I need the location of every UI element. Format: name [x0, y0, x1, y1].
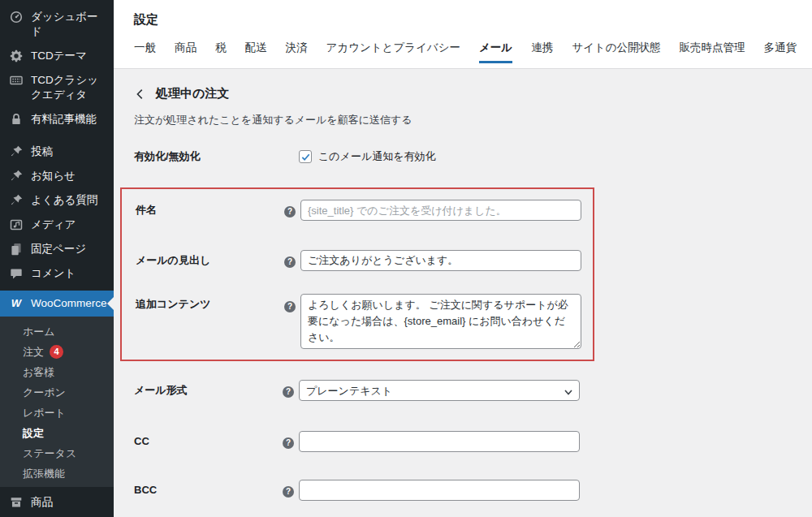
- email-heading-row: メールの見出し ?: [136, 250, 593, 271]
- bcc-input[interactable]: [299, 480, 580, 501]
- sidebar-separator: [0, 131, 114, 140]
- enable-checkbox[interactable]: [299, 150, 312, 163]
- email-heading-label: メールの見出し: [136, 254, 284, 267]
- sidebar-sub-coupons[interactable]: クーポン: [0, 382, 114, 403]
- sidebar-item-media[interactable]: メディア: [0, 213, 114, 237]
- woocommerce-submenu: ホーム 注文 4 お客様 クーポン レポート 設定 ステータス 拡張機能: [0, 317, 114, 487]
- sidebar-item-tcd-classic-editor[interactable]: TCDクラシックエディタ: [0, 68, 114, 107]
- sidebar-sub-reports[interactable]: レポート: [0, 403, 114, 423]
- sidebar-item-label: 商品: [31, 495, 53, 510]
- cc-row: CC ?: [114, 431, 812, 452]
- enable-row: 有効化/無効化 このメール通知を有効化: [114, 149, 812, 164]
- order-count-badge: 4: [50, 345, 63, 359]
- subject-label: 件名: [136, 204, 284, 217]
- sidebar-sub-extensions[interactable]: 拡張機能: [0, 463, 114, 484]
- tab-payments[interactable]: 決済: [286, 41, 308, 63]
- back-chevron-icon[interactable]: [134, 88, 147, 101]
- enable-checkbox-label: このメール通知を有効化: [318, 149, 436, 164]
- pin-icon: [9, 193, 24, 208]
- sidebar-item-label: 投稿: [31, 144, 53, 159]
- sidebar-item-comments[interactable]: コメント: [0, 261, 114, 286]
- sidebar-sub-home[interactable]: ホーム: [0, 321, 114, 342]
- cc-help-icon[interactable]: ?: [283, 437, 294, 449]
- sidebar-item-label: よくある質問: [31, 193, 97, 208]
- email-type-help-icon[interactable]: ?: [283, 386, 294, 398]
- sidebar-item-label: 有料記事機能: [31, 112, 97, 127]
- settings-header: 設定 一般 商品 税 配送 決済 アカウントとプライバシー メール 連携 サイト…: [114, 0, 812, 69]
- bcc-label: BCC: [134, 484, 283, 497]
- sidebar-item-woocommerce[interactable]: W WooCommerce: [0, 291, 114, 317]
- subject-help-icon[interactable]: ?: [284, 206, 296, 218]
- tab-integration[interactable]: 連携: [531, 41, 553, 63]
- sidebar-item-label: メディア: [31, 218, 76, 232]
- sidebar-bottom-section: 商品 $ 支払い: [0, 487, 114, 517]
- additional-content-textarea[interactable]: よろしくお願いします。 ご注文に関するサポートが必要になった場合は、{store…: [300, 294, 581, 349]
- sidebar-item-label: TCDクラシックエディタ: [31, 73, 107, 102]
- cc-label: CC: [134, 435, 283, 448]
- email-type-row: メール形式 ? プレーンテキスト: [114, 380, 812, 401]
- email-template-heading: 処理中の注文: [156, 86, 229, 101]
- sidebar-item-label: TCDテーマ: [31, 49, 87, 63]
- woocommerce-icon: W: [9, 296, 24, 311]
- tab-pos[interactable]: 販売時点管理: [679, 41, 745, 63]
- bcc-row: BCC ?: [114, 480, 812, 501]
- sidebar-item-label: 固定ページ: [31, 242, 86, 256]
- email-settings-content: 処理中の注文 注文が処理されたことを通知するメールを顧客に送信する 有効化/無効…: [114, 69, 812, 501]
- tab-products[interactable]: 商品: [175, 41, 197, 63]
- sidebar-sub-customers[interactable]: お客様: [0, 362, 114, 382]
- sidebar-item-faq[interactable]: よくある質問: [0, 188, 114, 213]
- sidebar-item-label: コメント: [31, 266, 76, 281]
- pin-icon: [9, 169, 24, 183]
- sidebar-item-pages[interactable]: 固定ページ: [0, 237, 114, 261]
- additional-content-label: 追加コンテンツ: [136, 294, 284, 311]
- tab-tax[interactable]: 税: [215, 41, 227, 63]
- tab-site-visibility[interactable]: サイトの公開状態: [572, 41, 660, 63]
- email-type-label: メール形式: [134, 384, 283, 397]
- comment-icon: [9, 266, 24, 281]
- lock-icon: [9, 112, 24, 127]
- tab-accounts-privacy[interactable]: アカウントとプライバシー: [326, 41, 460, 63]
- additional-content-help-icon[interactable]: ?: [284, 301, 296, 312]
- tab-shipping[interactable]: 配送: [245, 41, 267, 63]
- editor-icon: [9, 73, 24, 88]
- tab-multi-currency[interactable]: 多通貨: [763, 41, 797, 63]
- tab-email[interactable]: メール: [479, 41, 512, 63]
- sidebar-item-label: WooCommerce: [31, 296, 107, 311]
- media-icon: [9, 218, 24, 232]
- page-title: 設定: [134, 12, 812, 28]
- annotation-box: 件名 ? メールの見出し ? 追加コンテンツ ? よろしくお願いします。 ご注文…: [120, 187, 594, 361]
- sidebar-item-dashboard[interactable]: ダッシュボード: [0, 5, 114, 44]
- sidebar-item-tcd-theme[interactable]: TCDテーマ: [0, 44, 114, 68]
- settings-tabs: 一般 商品 税 配送 決済 アカウントとプライバシー メール 連携 サイトの公開…: [134, 41, 812, 63]
- bcc-help-icon[interactable]: ?: [283, 486, 294, 498]
- subject-row: 件名 ?: [136, 200, 593, 221]
- additional-content-row: 追加コンテンツ ? よろしくお願いします。 ご注文に関するサポートが必要になった…: [136, 294, 593, 349]
- email-heading-help-icon[interactable]: ?: [284, 256, 296, 268]
- email-heading-input[interactable]: [300, 250, 581, 271]
- sidebar-sub-status[interactable]: ステータス: [0, 443, 114, 463]
- pages-icon: [9, 242, 24, 256]
- email-type-select[interactable]: プレーンテキスト: [299, 380, 580, 401]
- sidebar-item-posts[interactable]: 投稿: [0, 140, 114, 164]
- sidebar-sub-settings[interactable]: 設定: [0, 423, 114, 443]
- enable-label: 有効化/無効化: [134, 150, 283, 163]
- subject-input[interactable]: [300, 200, 581, 221]
- sidebar-item-paid-articles[interactable]: 有料記事機能: [0, 107, 114, 131]
- pin-icon: [9, 144, 24, 159]
- tab-general[interactable]: 一般: [134, 41, 156, 63]
- main-content: 設定 一般 商品 税 配送 決済 アカウントとプライバシー メール 連携 サイト…: [114, 0, 812, 517]
- email-description: 注文が処理されたことを通知するメールを顧客に送信する: [134, 113, 812, 127]
- sidebar-item-label: お知らせ: [31, 169, 76, 183]
- sidebar-item-label: ダッシュボード: [31, 10, 107, 39]
- gear-icon: [9, 49, 24, 63]
- sidebar-item-products[interactable]: 商品: [0, 490, 114, 515]
- cc-input[interactable]: [299, 431, 580, 452]
- dashboard-icon: [9, 10, 24, 24]
- box-icon: [9, 495, 24, 510]
- sidebar-item-news[interactable]: お知らせ: [0, 164, 114, 188]
- admin-sidebar: ダッシュボード TCDテーマ TCDクラシックエディタ 有料記事機能 投稿 お知…: [0, 0, 114, 517]
- sidebar-sub-orders[interactable]: 注文 4: [0, 342, 114, 362]
